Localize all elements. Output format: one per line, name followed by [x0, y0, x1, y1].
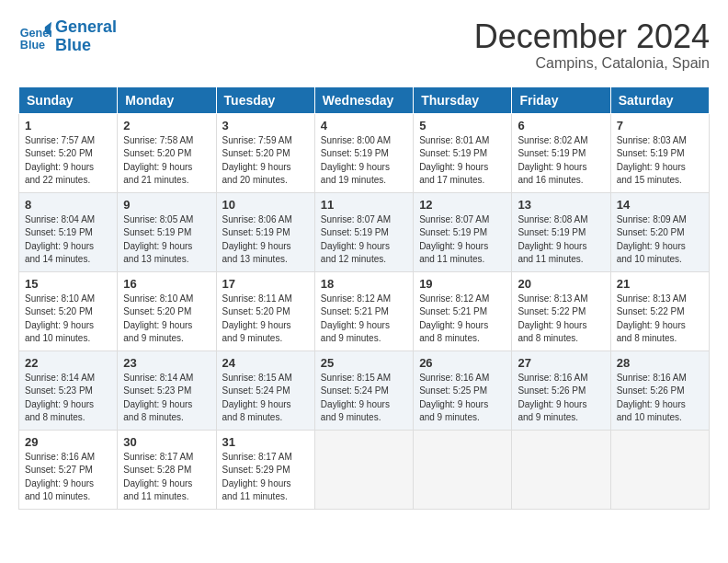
day-info: Sunrise: 8:07 AM Sunset: 5:19 PM Dayligh…: [419, 213, 506, 267]
day-number: 30: [123, 435, 210, 449]
day-info: Sunrise: 8:12 AM Sunset: 5:21 PM Dayligh…: [419, 293, 506, 346]
title-area: December 2024 Campins, Catalonia, Spain: [474, 18, 710, 72]
day-number: 31: [222, 435, 309, 449]
calendar-cell: 15Sunrise: 8:10 AM Sunset: 5:20 PM Dayli…: [19, 271, 118, 350]
calendar-cell: 25Sunrise: 8:15 AM Sunset: 5:24 PM Dayli…: [314, 350, 413, 430]
day-info: Sunrise: 8:11 AM Sunset: 5:20 PM Dayligh…: [222, 293, 309, 346]
day-number: 7: [617, 119, 703, 132]
day-number: 21: [617, 277, 703, 291]
calendar-cell: 29Sunrise: 8:16 AM Sunset: 5:27 PM Dayli…: [19, 430, 118, 509]
calendar-cell: 8Sunrise: 8:04 AM Sunset: 5:19 PM Daylig…: [19, 192, 118, 271]
day-info: Sunrise: 8:15 AM Sunset: 5:24 PM Dayligh…: [222, 372, 309, 425]
location: Campins, Catalonia, Spain: [474, 55, 710, 72]
day-number: 28: [617, 356, 703, 370]
day-info: Sunrise: 8:17 AM Sunset: 5:28 PM Dayligh…: [123, 451, 210, 504]
day-number: 11: [321, 198, 407, 212]
weekday-header-monday: Monday: [118, 86, 216, 113]
calendar-cell: 10Sunrise: 8:06 AM Sunset: 5:19 PM Dayli…: [216, 192, 314, 271]
day-number: 14: [617, 198, 703, 212]
day-info: Sunrise: 8:16 AM Sunset: 5:26 PM Dayligh…: [617, 372, 703, 425]
day-number: 29: [25, 435, 111, 449]
calendar-cell: 30Sunrise: 8:17 AM Sunset: 5:28 PM Dayli…: [118, 430, 216, 509]
day-info: Sunrise: 8:02 AM Sunset: 5:19 PM Dayligh…: [518, 134, 604, 188]
day-number: 12: [419, 198, 506, 212]
day-info: Sunrise: 8:12 AM Sunset: 5:21 PM Dayligh…: [321, 293, 407, 346]
calendar-cell: 27Sunrise: 8:16 AM Sunset: 5:26 PM Dayli…: [512, 350, 610, 430]
calendar-cell: 31Sunrise: 8:17 AM Sunset: 5:29 PM Dayli…: [216, 430, 314, 509]
calendar-cell: 13Sunrise: 8:08 AM Sunset: 5:19 PM Dayli…: [512, 192, 610, 271]
weekday-header-tuesday: Tuesday: [216, 86, 314, 113]
day-info: Sunrise: 8:05 AM Sunset: 5:19 PM Dayligh…: [123, 213, 210, 267]
calendar-cell: 6Sunrise: 8:02 AM Sunset: 5:19 PM Daylig…: [512, 113, 610, 192]
day-info: Sunrise: 8:13 AM Sunset: 5:22 PM Dayligh…: [617, 293, 703, 346]
weekday-header-friday: Friday: [512, 86, 610, 113]
day-info: Sunrise: 8:15 AM Sunset: 5:24 PM Dayligh…: [321, 372, 407, 425]
day-info: Sunrise: 8:14 AM Sunset: 5:23 PM Dayligh…: [25, 372, 111, 425]
day-number: 17: [222, 277, 309, 291]
day-number: 6: [518, 119, 604, 132]
calendar-cell: 12Sunrise: 8:07 AM Sunset: 5:19 PM Dayli…: [414, 192, 512, 271]
day-number: 25: [321, 356, 407, 370]
calendar-cell: 5Sunrise: 8:01 AM Sunset: 5:19 PM Daylig…: [414, 113, 512, 192]
logo-line2: Blue: [55, 37, 117, 55]
day-info: Sunrise: 8:04 AM Sunset: 5:19 PM Dayligh…: [25, 213, 111, 267]
day-info: Sunrise: 8:10 AM Sunset: 5:20 PM Dayligh…: [25, 293, 111, 346]
calendar-cell: 4Sunrise: 8:00 AM Sunset: 5:19 PM Daylig…: [314, 113, 413, 192]
day-number: 18: [321, 277, 407, 291]
day-info: Sunrise: 8:06 AM Sunset: 5:19 PM Dayligh…: [222, 213, 309, 267]
day-info: Sunrise: 8:03 AM Sunset: 5:19 PM Dayligh…: [617, 134, 703, 188]
day-info: Sunrise: 8:08 AM Sunset: 5:19 PM Dayligh…: [518, 213, 604, 267]
day-number: 27: [518, 356, 604, 370]
day-number: 2: [123, 119, 210, 132]
calendar: SundayMondayTuesdayWednesdayThursdayFrid…: [18, 86, 710, 510]
day-number: 10: [222, 198, 309, 212]
day-number: 24: [222, 356, 309, 370]
week-row-2: 8Sunrise: 8:04 AM Sunset: 5:19 PM Daylig…: [19, 192, 710, 271]
logo: General Blue General Blue: [18, 18, 117, 55]
day-info: Sunrise: 8:13 AM Sunset: 5:22 PM Dayligh…: [518, 293, 604, 346]
calendar-cell: [414, 430, 512, 509]
day-number: 20: [518, 277, 604, 291]
day-number: 5: [419, 119, 506, 132]
day-info: Sunrise: 8:16 AM Sunset: 5:27 PM Dayligh…: [25, 451, 111, 504]
calendar-cell: 2Sunrise: 7:58 AM Sunset: 5:20 PM Daylig…: [118, 113, 216, 192]
day-number: 9: [123, 198, 210, 212]
calendar-cell: 28Sunrise: 8:16 AM Sunset: 5:26 PM Dayli…: [610, 350, 709, 430]
day-info: Sunrise: 7:57 AM Sunset: 5:20 PM Dayligh…: [25, 134, 111, 188]
day-number: 8: [25, 198, 111, 212]
weekday-header-thursday: Thursday: [414, 86, 512, 113]
day-info: Sunrise: 8:14 AM Sunset: 5:23 PM Dayligh…: [123, 372, 210, 425]
week-row-3: 15Sunrise: 8:10 AM Sunset: 5:20 PM Dayli…: [19, 271, 710, 350]
day-info: Sunrise: 8:10 AM Sunset: 5:20 PM Dayligh…: [123, 293, 210, 346]
day-number: 26: [419, 356, 506, 370]
calendar-cell: 18Sunrise: 8:12 AM Sunset: 5:21 PM Dayli…: [314, 271, 413, 350]
day-info: Sunrise: 7:58 AM Sunset: 5:20 PM Dayligh…: [123, 134, 210, 188]
week-row-4: 22Sunrise: 8:14 AM Sunset: 5:23 PM Dayli…: [19, 350, 710, 430]
calendar-cell: [314, 430, 413, 509]
calendar-cell: 11Sunrise: 8:07 AM Sunset: 5:19 PM Dayli…: [314, 192, 413, 271]
day-number: 15: [25, 277, 111, 291]
day-info: Sunrise: 8:07 AM Sunset: 5:19 PM Dayligh…: [321, 213, 407, 267]
day-info: Sunrise: 7:59 AM Sunset: 5:20 PM Dayligh…: [222, 134, 309, 188]
day-number: 19: [419, 277, 506, 291]
calendar-cell: 24Sunrise: 8:15 AM Sunset: 5:24 PM Dayli…: [216, 350, 314, 430]
day-number: 22: [25, 356, 111, 370]
calendar-cell: 14Sunrise: 8:09 AM Sunset: 5:20 PM Dayli…: [610, 192, 709, 271]
calendar-cell: 19Sunrise: 8:12 AM Sunset: 5:21 PM Dayli…: [414, 271, 512, 350]
day-info: Sunrise: 8:01 AM Sunset: 5:19 PM Dayligh…: [419, 134, 506, 188]
calendar-cell: 21Sunrise: 8:13 AM Sunset: 5:22 PM Dayli…: [610, 271, 709, 350]
calendar-cell: 23Sunrise: 8:14 AM Sunset: 5:23 PM Dayli…: [118, 350, 216, 430]
calendar-cell: 9Sunrise: 8:05 AM Sunset: 5:19 PM Daylig…: [118, 192, 216, 271]
day-info: Sunrise: 8:16 AM Sunset: 5:25 PM Dayligh…: [419, 372, 506, 425]
calendar-cell: 22Sunrise: 8:14 AM Sunset: 5:23 PM Dayli…: [19, 350, 118, 430]
day-info: Sunrise: 8:09 AM Sunset: 5:20 PM Dayligh…: [617, 213, 703, 267]
weekday-header-sunday: Sunday: [19, 86, 118, 113]
weekday-header-saturday: Saturday: [610, 86, 709, 113]
logo-line1: General: [55, 18, 117, 37]
svg-text:Blue: Blue: [20, 38, 45, 51]
header: General Blue General Blue December 2024 …: [18, 18, 710, 72]
weekday-header-wednesday: Wednesday: [314, 86, 413, 113]
week-row-5: 29Sunrise: 8:16 AM Sunset: 5:27 PM Dayli…: [19, 430, 710, 509]
day-number: 13: [518, 198, 604, 212]
day-number: 4: [321, 119, 407, 132]
